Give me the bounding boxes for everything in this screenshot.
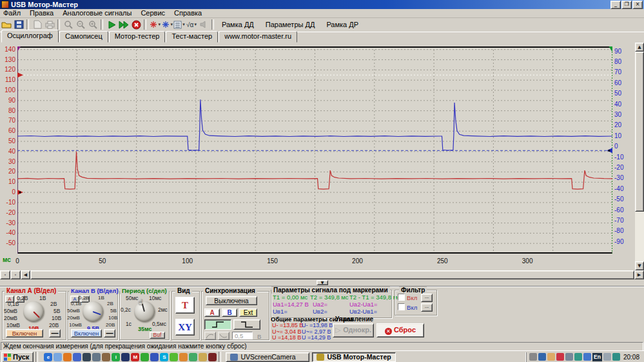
screen-icon[interactable]	[92, 353, 101, 361]
red-app-icon[interactable]: М	[131, 353, 139, 361]
menu-item-правка[interactable]: Правка	[25, 9, 58, 17]
sync-channel-a-button[interactable]: А	[204, 308, 220, 317]
tray-icon[interactable]	[565, 353, 573, 361]
display-icon[interactable]	[83, 353, 91, 361]
sound-icon[interactable]	[198, 19, 210, 30]
horizontal-scrollbar[interactable]: ▫ ▫ ◀ ▶	[0, 270, 644, 279]
frame-dr-button[interactable]: Рамка ДР	[320, 19, 364, 30]
sphere-icon[interactable]	[141, 353, 149, 361]
sync-slope2-button[interactable]	[218, 332, 229, 340]
view-xy-button[interactable]: XY	[175, 319, 195, 336]
sync-level-input[interactable]: 0,5	[232, 332, 253, 339]
zoom-reset-icon[interactable]	[87, 19, 99, 30]
taskbar-task-uvscreencamera[interactable]: UVScreenCamera	[226, 352, 309, 362]
math-functions-icon[interactable]: √α▾	[186, 19, 197, 30]
right-axis-tick: -40	[614, 186, 631, 192]
channel-a-power-button[interactable]: Включен	[6, 329, 43, 337]
tab-мотор-тестер[interactable]: Мотор-тестер	[109, 31, 166, 43]
tray-display-icon[interactable]	[603, 353, 611, 361]
arrow-app-icon[interactable]	[150, 353, 159, 361]
marker-a-icon[interactable]: ▾	[149, 19, 161, 30]
info-icon[interactable]: i	[112, 353, 120, 361]
save-icon[interactable]	[13, 19, 24, 30]
new-page-icon[interactable]	[32, 19, 43, 30]
film-icon[interactable]	[102, 353, 110, 361]
close-button[interactable]: ×	[632, 1, 643, 9]
channel-b-knob[interactable]	[83, 301, 103, 322]
tray-icon[interactable]	[583, 353, 591, 361]
tab-самописец[interactable]: Самописец	[59, 31, 108, 43]
horizontal-scroll-thumb[interactable]	[30, 270, 634, 279]
zoom-out-icon[interactable]	[75, 19, 86, 30]
tray-icon[interactable]	[556, 353, 564, 361]
tab-www.motor-master.ru[interactable]: www.motor-master.ru	[219, 31, 297, 43]
open-file-icon[interactable]	[1, 19, 12, 30]
single-shot-button[interactable]: ▷ Однокр.	[333, 323, 374, 337]
period-knob[interactable]	[134, 301, 155, 322]
sync-channel-b-button[interactable]: В	[222, 308, 237, 317]
blue-app-icon[interactable]	[73, 353, 81, 361]
sync-ext-button[interactable]: Ext	[239, 308, 257, 317]
filter-a-checkbox[interactable]	[398, 294, 405, 301]
params-dd-button[interactable]: Параметры ДД	[260, 19, 321, 30]
sync-slope1-button[interactable]	[204, 332, 216, 340]
channel-a-line-style-button[interactable]: —	[49, 329, 61, 337]
ball-icon[interactable]	[170, 353, 178, 361]
menu-item-файл[interactable]: Файл	[0, 9, 25, 17]
green-app-icon[interactable]	[189, 353, 197, 361]
tab-тест-мастер[interactable]: Тест-мастер	[166, 31, 218, 43]
tray-icon[interactable]	[547, 353, 555, 361]
collapse-panel-button[interactable]: ▼	[317, 280, 328, 285]
tray-monitor-icon[interactable]	[612, 353, 620, 361]
frame-dd-button[interactable]: Рамка ДД	[216, 19, 260, 30]
start-fast-icon[interactable]	[118, 19, 130, 30]
skype-icon[interactable]: S	[160, 353, 168, 361]
channel-a-knob[interactable]	[23, 301, 44, 322]
buffer-button[interactable]: Buf	[150, 332, 165, 339]
plot-canvas[interactable]	[17, 46, 612, 254]
filter-a-settings-button[interactable]: ...	[421, 294, 433, 302]
view-t-button[interactable]: T	[175, 297, 195, 314]
sync-falling-edge-button[interactable]	[233, 319, 260, 330]
zoom-in-icon[interactable]	[63, 19, 74, 30]
menu-item-аналоговые-сигналы[interactable]: Аналоговые сигналы	[58, 9, 136, 17]
start-button[interactable]: Пуск	[1, 352, 34, 362]
sync-rising-edge-button[interactable]	[204, 319, 231, 330]
tray-icon[interactable]	[538, 353, 546, 361]
reset-button[interactable]: ✕ Сброс	[376, 323, 424, 337]
taskbar-task-usb-мотор-мастер[interactable]: USB Мотор-Мастер	[312, 352, 396, 362]
start-measure-icon[interactable]	[106, 19, 117, 30]
list-options-icon[interactable]: ▾	[173, 19, 185, 30]
filter-b-settings-button[interactable]: ...	[421, 303, 433, 312]
language-indicator[interactable]: En	[592, 353, 602, 361]
scroll-right-icon[interactable]: ▶	[634, 270, 644, 279]
vertical-scrollbar[interactable]: ▲ ▼	[635, 43, 644, 270]
marker-b-icon[interactable]: ▾	[161, 19, 173, 30]
tab-осциллограф[interactable]: Осциллограф	[1, 30, 59, 43]
channel-b-power-button[interactable]: Включен	[71, 329, 102, 337]
stop-icon[interactable]	[130, 19, 142, 30]
scroll-up-icon[interactable]: ▲	[635, 43, 644, 52]
person-icon[interactable]	[179, 353, 188, 361]
channel-b-line-style-button[interactable]: —	[104, 329, 115, 337]
scroll-down-icon[interactable]: ▼	[635, 261, 644, 270]
menu-item-справка[interactable]: Справка	[170, 9, 206, 17]
media-icon[interactable]	[208, 353, 217, 361]
sync-mode-button[interactable]: Выключена	[206, 296, 257, 305]
mail-icon[interactable]	[54, 353, 62, 361]
maximize-button[interactable]: ❐	[621, 1, 632, 9]
dark-app-icon[interactable]	[121, 353, 130, 361]
scroll-mini-button[interactable]: ▫	[10, 270, 21, 279]
globe-icon[interactable]	[199, 353, 207, 361]
filter-b-checkbox[interactable]	[398, 303, 405, 310]
ie-icon[interactable]: e	[44, 353, 52, 361]
scroll-left-icon[interactable]: ◀	[21, 270, 30, 279]
scroll-mini-button[interactable]: ▫	[0, 270, 10, 279]
vertical-scroll-thumb[interactable]	[635, 52, 644, 212]
firefox-icon[interactable]	[63, 353, 72, 361]
tray-icon[interactable]	[529, 353, 537, 361]
menu-item-сервис[interactable]: Сервис	[136, 9, 170, 17]
tray-icon[interactable]	[574, 353, 582, 361]
minimize-button[interactable]: _	[610, 1, 621, 9]
print-icon[interactable]	[44, 19, 55, 30]
